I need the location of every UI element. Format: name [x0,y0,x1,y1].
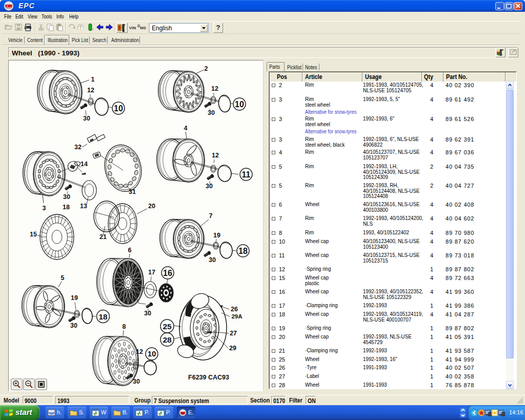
svg-text:12: 12 [212,152,219,159]
svg-text:10: 10 [235,100,244,109]
svg-text:14: 14 [80,161,88,168]
svg-text:30: 30 [208,109,215,116]
svg-text:13: 13 [80,203,87,210]
svg-text:26: 26 [231,306,238,313]
svg-text:18: 18 [63,204,70,211]
svg-text:30: 30 [206,183,213,190]
svg-text:20: 20 [148,203,155,210]
svg-text:10: 10 [114,104,123,113]
svg-text:15: 15 [30,231,37,238]
svg-text:30: 30 [83,115,90,122]
svg-text:8: 8 [123,323,126,330]
svg-text:6: 6 [128,247,132,254]
svg-text:F6239 CAC93: F6239 CAC93 [188,374,229,381]
svg-text:30: 30 [144,310,151,317]
svg-text:4: 4 [184,125,188,132]
svg-text:27: 27 [230,330,237,337]
svg-text:11: 11 [242,170,251,179]
svg-text:28: 28 [163,335,172,344]
svg-text:18: 18 [98,312,108,321]
svg-text:32: 32 [74,144,82,151]
svg-text:29A: 29A [231,313,242,319]
svg-text:12: 12 [136,348,143,355]
svg-text:17: 17 [148,269,155,276]
svg-text:12: 12 [87,87,94,94]
svg-text:30: 30 [133,378,140,385]
svg-text:19: 19 [71,294,78,302]
svg-text:1: 1 [91,76,95,83]
svg-text:19: 19 [213,232,220,239]
svg-text:25: 25 [163,322,172,331]
svg-text:29: 29 [229,345,236,352]
svg-text:2: 2 [205,65,208,72]
svg-text:7: 7 [209,212,213,219]
svg-text:30: 30 [63,193,70,201]
svg-text:3: 3 [43,205,46,212]
svg-text:16: 16 [163,269,172,277]
svg-text:30: 30 [209,256,216,264]
svg-text:30: 30 [70,322,77,329]
svg-text:10: 10 [148,349,156,358]
svg-text:18: 18 [238,247,248,255]
svg-text:5: 5 [61,274,65,282]
svg-text:12: 12 [211,85,218,92]
